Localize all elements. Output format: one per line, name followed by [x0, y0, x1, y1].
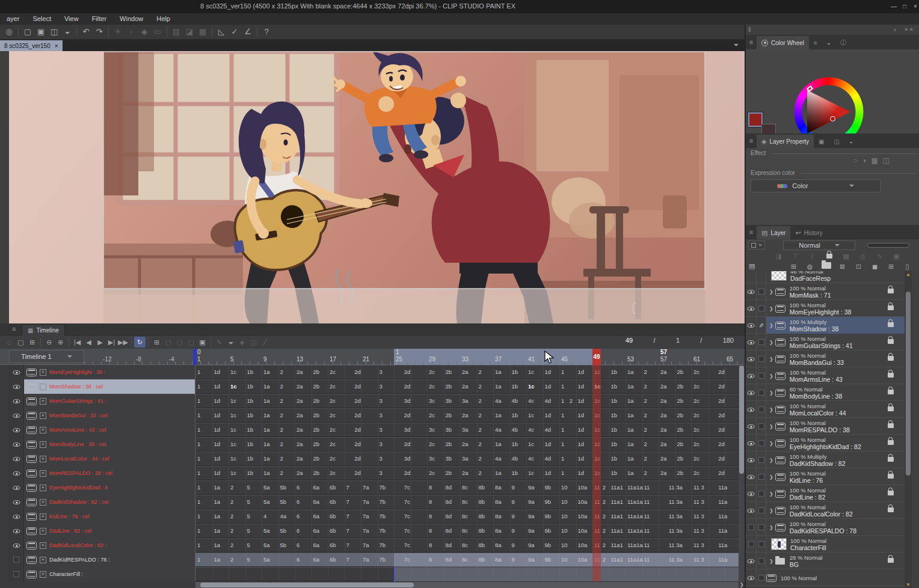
cel-label[interactable]: 7c: [404, 484, 410, 491]
lock-transparent-icon[interactable]: ▩: [840, 251, 852, 262]
enable-mask-icon[interactable]: ◎: [857, 251, 868, 262]
cel-label[interactable]: 2: [644, 426, 647, 433]
cel-label[interactable]: 2c: [330, 383, 336, 390]
cel-label[interactable]: 5a: [263, 498, 270, 505]
cel-label[interactable]: 3a: [462, 455, 469, 462]
cel-label[interactable]: 7b: [380, 556, 386, 563]
menu-help[interactable]: Help: [150, 13, 177, 25]
track-name-MomArmsLine[interactable]: MomArmsLine : 43 : cel: [24, 423, 195, 437]
cel-label[interactable]: 1b: [247, 470, 254, 476]
new-timeline-icon[interactable]: ⊞: [26, 337, 38, 348]
cel-label[interactable]: 11 3a: [669, 527, 683, 534]
eye-icon[interactable]: [748, 306, 755, 310]
cel-label[interactable]: 4b: [512, 397, 518, 404]
layer-row[interactable]: ❯100 % NormalMomGuitarStrings : 41: [746, 334, 905, 351]
edit-checkbox[interactable]: [758, 423, 764, 429]
go-start-icon[interactable]: |◀: [72, 337, 83, 348]
cel-label[interactable]: 1b: [611, 470, 618, 476]
new-vector-layer-icon[interactable]: ◍: [804, 261, 816, 272]
pen-slash-icon[interactable]: ╱: [259, 337, 271, 348]
cel-label[interactable]: 2: [603, 484, 606, 491]
cel-track-icon[interactable]: ◫: [248, 337, 259, 348]
cel-label[interactable]: 1d: [214, 426, 221, 433]
cel-label[interactable]: 11a: [718, 556, 727, 563]
cel-label[interactable]: 1: [197, 383, 200, 390]
cel-label[interactable]: 1b: [512, 441, 518, 447]
cel-label[interactable]: 1d: [545, 441, 552, 447]
eye-icon[interactable]: [748, 407, 755, 411]
eye-icon[interactable]: [13, 442, 20, 446]
set-ruler-icon[interactable]: ✎: [874, 251, 885, 262]
cel-label[interactable]: 2: [230, 484, 233, 491]
select-lasso-icon[interactable]: ◪: [183, 26, 196, 38]
track-expand-plus-icon[interactable]: [40, 398, 46, 405]
cel-label[interactable]: 2d: [404, 412, 411, 418]
layer-row-content[interactable]: 100 % NormalCharacterFill: [766, 536, 905, 553]
cel-label[interactable]: 7: [346, 498, 349, 505]
cel-label[interactable]: 9b: [545, 513, 552, 519]
cel-label[interactable]: 9a: [528, 542, 535, 548]
track-visibility-cell[interactable]: [9, 408, 24, 423]
cel-label[interactable]: 2b: [313, 412, 320, 418]
cel-label[interactable]: 1a: [214, 484, 221, 491]
eye-icon[interactable]: [13, 528, 20, 533]
edit-checkbox[interactable]: [758, 457, 764, 463]
new-canvas-icon[interactable]: ▢: [21, 26, 34, 38]
cel-label[interactable]: 11: [644, 498, 650, 505]
track-visibility-cell[interactable]: [9, 423, 24, 437]
cel-label[interactable]: 2: [479, 397, 482, 404]
expand-chevron-icon[interactable]: ❯: [769, 357, 773, 362]
close-button[interactable]: ×: [911, 2, 919, 11]
cel-label[interactable]: 2: [230, 513, 233, 519]
cel-label[interactable]: 1a: [627, 412, 634, 418]
layer-edit-cell[interactable]: [757, 536, 766, 553]
cel-label[interactable]: 1: [197, 397, 200, 404]
show-thumbnail-icon[interactable]: ▢: [15, 337, 26, 348]
cel-label[interactable]: 1d: [578, 470, 585, 476]
cel-label[interactable]: 1: [561, 369, 564, 375]
track-visibility-cell[interactable]: [9, 452, 24, 466]
layer-edit-cell[interactable]: [757, 351, 766, 367]
cel-label[interactable]: 6a: [313, 513, 320, 519]
cel-label[interactable]: 2c: [330, 426, 336, 433]
opacity-slider[interactable]: [867, 243, 909, 248]
layer-row[interactable]: ❯100 % NormalDadLine : 82: [746, 485, 905, 502]
track-name-MomBandaGui[interactable]: MomBandaGui : 33 : cel: [24, 408, 195, 423]
undo-icon[interactable]: ↶: [79, 26, 93, 38]
cel-label[interactable]: 2c: [330, 470, 336, 476]
cel-label[interactable]: 1a: [627, 441, 634, 447]
cel-label[interactable]: 2a: [660, 397, 667, 404]
cel-label[interactable]: 9a: [528, 527, 535, 534]
cel-label[interactable]: 8a: [495, 513, 502, 519]
layer-row[interactable]: ❯80 % NormalMomBodyLine : 38: [746, 384, 905, 401]
cel-label[interactable]: 2b: [313, 369, 320, 375]
dock-collapse-icon[interactable]: » «: [905, 26, 913, 32]
layer-visibility-cell[interactable]: [746, 300, 757, 317]
cel-label[interactable]: 6a: [313, 542, 320, 548]
layer-visibility-cell[interactable]: [746, 553, 757, 569]
layer-row[interactable]: 100 % Normal: [746, 569, 905, 586]
cel-label[interactable]: 9b: [545, 484, 552, 491]
eye-icon[interactable]: [748, 575, 755, 580]
cel-label[interactable]: 9: [512, 527, 515, 534]
track-name-MomBodyLine[interactable]: MomBodyLine : 38 : cel: [24, 437, 195, 452]
edit-checkbox[interactable]: [758, 575, 764, 581]
cel-label[interactable]: 1c: [230, 383, 237, 390]
cel-label[interactable]: 9b: [545, 527, 552, 534]
cel-label[interactable]: 11 3: [693, 556, 704, 563]
track-name-MomRESPALDO[interactable]: MomRESPALDO : 38 : cel: [24, 466, 195, 480]
layer-edit-cell[interactable]: [757, 452, 766, 468]
layer-row[interactable]: ❯100 % NormalMomArmsLine : 43: [746, 367, 905, 384]
eye-icon[interactable]: [13, 427, 20, 432]
expand-chevron-icon[interactable]: ❯: [769, 458, 773, 463]
cel-label[interactable]: 2a: [462, 383, 469, 390]
track-expand-plus-icon[interactable]: [40, 557, 46, 563]
track-name-DadKidShadow[interactable]: DadKidShadow : 82 : cel: [24, 495, 195, 509]
cel-label[interactable]: 7a: [363, 556, 369, 563]
cel-label[interactable]: 2b: [677, 455, 684, 462]
set-as-draft-icon[interactable]: ⇩: [807, 251, 818, 262]
layer-visibility-cell[interactable]: [746, 271, 757, 283]
cel-label[interactable]: 8d: [446, 542, 452, 548]
cel-label[interactable]: 1: [561, 441, 564, 447]
cel-label[interactable]: 4c: [528, 426, 534, 433]
